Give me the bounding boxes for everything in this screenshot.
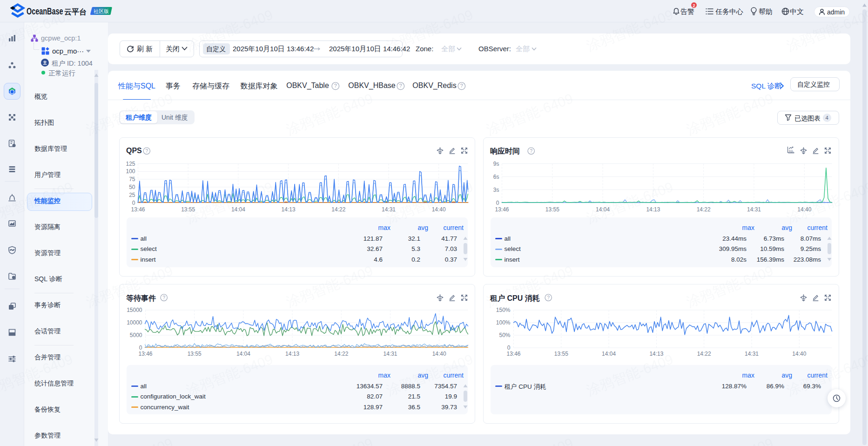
svg-text:13:46: 13:46 [495, 206, 509, 212]
svg-text:13:55: 13:55 [554, 351, 568, 357]
svg-text:14:22: 14:22 [331, 206, 345, 212]
svg-text:15000: 15000 [127, 307, 142, 313]
svg-text:14:40: 14:40 [792, 351, 806, 357]
svg-text:14:40: 14:40 [432, 351, 446, 357]
svg-text:75: 75 [129, 176, 135, 182]
svg-text:14:04: 14:04 [596, 206, 610, 212]
svg-text:13:55: 13:55 [181, 206, 195, 212]
svg-text:?: ? [334, 83, 337, 88]
svg-text:14:22: 14:22 [334, 351, 348, 357]
svg-text:0: 0 [496, 199, 499, 206]
svg-text:14:40: 14:40 [797, 206, 811, 212]
svg-text:13:55: 13:55 [187, 351, 201, 357]
svg-text:14:13: 14:13 [285, 351, 299, 357]
svg-text:13:55: 13:55 [545, 206, 559, 212]
svg-text:14:31: 14:31 [747, 206, 760, 212]
svg-text:5000: 5000 [129, 332, 142, 338]
svg-text:14:13: 14:13 [649, 351, 663, 357]
svg-text:?: ? [460, 83, 463, 88]
svg-text:13:46: 13:46 [506, 351, 520, 357]
svg-text:0: 0 [132, 199, 135, 206]
svg-text:100%: 100% [496, 319, 510, 326]
svg-text:6s: 6s [493, 173, 499, 180]
svg-text:10000: 10000 [127, 319, 142, 326]
svg-text:14:04: 14:04 [602, 351, 616, 357]
svg-text:100: 100 [126, 168, 135, 175]
svg-text:14:22: 14:22 [697, 351, 711, 357]
svg-text:13:46: 13:46 [138, 351, 152, 357]
svg-text:14:04: 14:04 [236, 351, 250, 357]
svg-text:14:13: 14:13 [281, 206, 295, 212]
svg-text:14:40: 14:40 [431, 206, 445, 212]
svg-text:社区版: 社区版 [94, 8, 109, 14]
svg-text:50%: 50% [499, 332, 510, 338]
svg-text:14:31: 14:31 [383, 351, 397, 357]
svg-text:14:31: 14:31 [744, 351, 758, 357]
svg-text:14:31: 14:31 [381, 206, 395, 212]
svg-text:14:04: 14:04 [231, 206, 245, 212]
svg-text:14:22: 14:22 [696, 206, 710, 212]
svg-text:50: 50 [129, 183, 135, 190]
svg-text:?: ? [399, 83, 402, 88]
svg-text:25: 25 [129, 191, 135, 198]
svg-text:14:13: 14:13 [646, 206, 660, 212]
svg-text:150%: 150% [496, 307, 510, 313]
svg-text:0: 0 [139, 345, 142, 351]
svg-text:3s: 3s [493, 186, 499, 193]
svg-text:13:46: 13:46 [131, 206, 145, 212]
svg-text:125: 125 [126, 160, 135, 167]
svg-text:0: 0 [507, 345, 510, 351]
svg-text:9s: 9s [493, 160, 499, 167]
